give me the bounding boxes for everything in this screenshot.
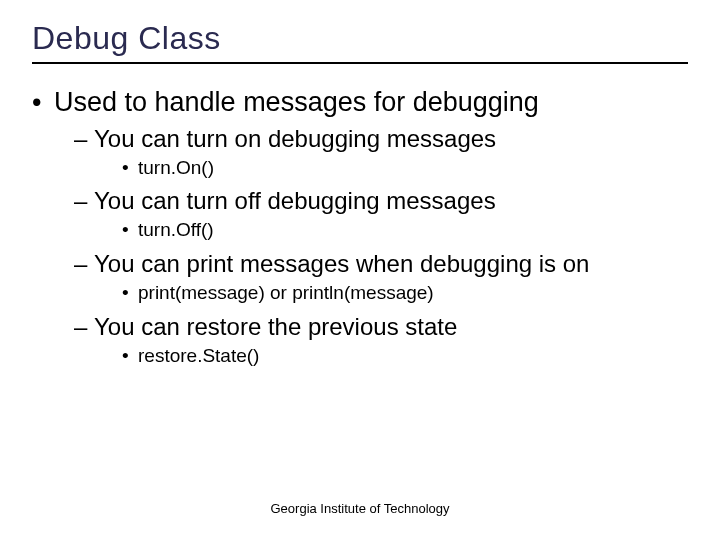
bullet-level3: •turn.On() xyxy=(122,156,688,181)
dash-icon: – xyxy=(74,249,94,279)
bullet-level2: –You can restore the previous state xyxy=(74,312,688,342)
bullet-dot-icon: • xyxy=(122,218,138,243)
bullet-level3-text: turn.Off() xyxy=(138,219,214,240)
bullet-level2: –You can turn on debugging messages xyxy=(74,124,688,154)
bullet-dot-icon: • xyxy=(122,156,138,181)
bullet-level1: •Used to handle messages for debugging xyxy=(32,86,688,120)
slide-title: Debug Class xyxy=(32,20,221,57)
bullet-level3-text: turn.On() xyxy=(138,157,214,178)
bullet-level2-text: You can print messages when debugging is… xyxy=(94,250,589,277)
bullet-level2-text: You can restore the previous state xyxy=(94,313,457,340)
bullet-dot-icon: • xyxy=(122,344,138,369)
bullet-dot-icon: • xyxy=(32,86,54,120)
bullet-level3: •print(message) or println(message) xyxy=(122,281,688,306)
dash-icon: – xyxy=(74,186,94,216)
dash-icon: – xyxy=(74,124,94,154)
slide: Debug Class •Used to handle messages for… xyxy=(0,0,720,540)
bullet-level3: •turn.Off() xyxy=(122,218,688,243)
bullet-level2: –You can turn off debugging messages xyxy=(74,186,688,216)
title-underline xyxy=(32,62,688,64)
dash-icon: – xyxy=(74,312,94,342)
bullet-level3: •restore.State() xyxy=(122,344,688,369)
bullet-level1-text: Used to handle messages for debugging xyxy=(54,87,539,117)
slide-footer: Georgia Institute of Technology xyxy=(0,501,720,516)
bullet-level3-text: print(message) or println(message) xyxy=(138,282,434,303)
bullet-level3-text: restore.State() xyxy=(138,345,259,366)
bullet-level2: –You can print messages when debugging i… xyxy=(74,249,688,279)
bullet-level2-text: You can turn off debugging messages xyxy=(94,187,496,214)
slide-content: •Used to handle messages for debugging –… xyxy=(32,86,688,375)
bullet-level2-text: You can turn on debugging messages xyxy=(94,125,496,152)
bullet-dot-icon: • xyxy=(122,281,138,306)
